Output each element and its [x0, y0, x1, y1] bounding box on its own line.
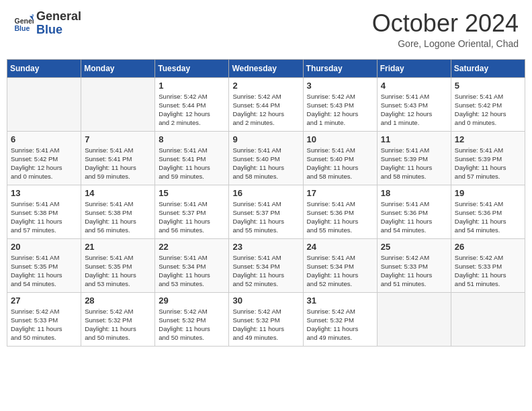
day-cell	[451, 292, 525, 346]
day-number: 15	[159, 188, 225, 198]
day-cell: 27Sunrise: 5:42 AM Sunset: 5:33 PM Dayli…	[7, 292, 81, 346]
day-info: Sunrise: 5:41 AM Sunset: 5:35 PM Dayligh…	[11, 253, 77, 289]
day-info: Sunrise: 5:41 AM Sunset: 5:36 PM Dayligh…	[307, 199, 373, 235]
day-number: 1	[159, 81, 225, 91]
location-title: Gore, Logone Oriental, Chad	[372, 38, 519, 49]
day-number: 12	[455, 134, 521, 144]
day-cell: 29Sunrise: 5:42 AM Sunset: 5:32 PM Dayli…	[155, 292, 229, 346]
day-cell: 11Sunrise: 5:41 AM Sunset: 5:39 PM Dayli…	[377, 131, 451, 185]
calendar-table: SundayMondayTuesdayWednesdayThursdayFrid…	[7, 59, 525, 347]
day-info: Sunrise: 5:41 AM Sunset: 5:43 PM Dayligh…	[381, 92, 447, 128]
day-cell: 9Sunrise: 5:41 AM Sunset: 5:40 PM Daylig…	[229, 131, 303, 185]
day-cell: 30Sunrise: 5:42 AM Sunset: 5:32 PM Dayli…	[229, 292, 303, 346]
day-number: 11	[381, 134, 447, 144]
week-row-3: 13Sunrise: 5:41 AM Sunset: 5:38 PM Dayli…	[7, 185, 525, 238]
day-number: 27	[11, 295, 77, 306]
day-cell	[377, 292, 451, 346]
day-number: 2	[232, 81, 299, 91]
day-number: 28	[85, 295, 151, 306]
day-number: 31	[307, 295, 373, 306]
day-cell: 13Sunrise: 5:41 AM Sunset: 5:38 PM Dayli…	[7, 185, 81, 238]
title-block: October 2024 Gore, Logone Oriental, Chad	[372, 10, 519, 49]
day-cell: 19Sunrise: 5:41 AM Sunset: 5:36 PM Dayli…	[451, 185, 525, 238]
day-cell: 15Sunrise: 5:41 AM Sunset: 5:37 PM Dayli…	[155, 185, 229, 238]
day-info: Sunrise: 5:41 AM Sunset: 5:42 PM Dayligh…	[11, 146, 77, 181]
day-cell: 4Sunrise: 5:41 AM Sunset: 5:43 PM Daylig…	[377, 77, 451, 131]
day-number: 14	[85, 188, 151, 198]
day-info: Sunrise: 5:41 AM Sunset: 5:40 PM Dayligh…	[307, 146, 373, 181]
month-title: October 2024	[372, 10, 519, 37]
day-cell: 26Sunrise: 5:42 AM Sunset: 5:33 PM Dayli…	[451, 238, 525, 292]
day-cell: 6Sunrise: 5:41 AM Sunset: 5:42 PM Daylig…	[7, 131, 81, 185]
day-cell: 12Sunrise: 5:41 AM Sunset: 5:39 PM Dayli…	[451, 131, 525, 185]
week-row-2: 6Sunrise: 5:41 AM Sunset: 5:42 PM Daylig…	[7, 131, 525, 185]
day-cell: 2Sunrise: 5:42 AM Sunset: 5:44 PM Daylig…	[229, 77, 303, 131]
week-row-1: 1Sunrise: 5:42 AM Sunset: 5:44 PM Daylig…	[7, 77, 525, 131]
header-cell-monday: Monday	[81, 59, 155, 77]
day-number: 20	[11, 242, 77, 252]
day-number: 9	[232, 134, 299, 144]
day-info: Sunrise: 5:42 AM Sunset: 5:33 PM Dayligh…	[11, 307, 77, 342]
logo-text: General Blue	[36, 10, 81, 37]
header-cell-saturday: Saturday	[451, 59, 525, 77]
day-number: 13	[11, 188, 77, 198]
day-number: 10	[307, 134, 373, 144]
day-info: Sunrise: 5:42 AM Sunset: 5:44 PM Dayligh…	[159, 92, 225, 128]
day-info: Sunrise: 5:41 AM Sunset: 5:36 PM Dayligh…	[455, 199, 521, 235]
day-cell	[81, 77, 155, 131]
day-info: Sunrise: 5:42 AM Sunset: 5:33 PM Dayligh…	[455, 253, 521, 289]
day-info: Sunrise: 5:42 AM Sunset: 5:32 PM Dayligh…	[232, 307, 299, 342]
day-info: Sunrise: 5:41 AM Sunset: 5:35 PM Dayligh…	[85, 253, 151, 289]
day-info: Sunrise: 5:42 AM Sunset: 5:32 PM Dayligh…	[85, 307, 151, 342]
day-info: Sunrise: 5:41 AM Sunset: 5:42 PM Dayligh…	[455, 92, 521, 128]
day-number: 19	[455, 188, 521, 198]
header-cell-friday: Friday	[377, 59, 451, 77]
day-cell: 24Sunrise: 5:41 AM Sunset: 5:34 PM Dayli…	[303, 238, 377, 292]
day-number: 18	[381, 188, 447, 198]
day-cell: 8Sunrise: 5:41 AM Sunset: 5:41 PM Daylig…	[155, 131, 229, 185]
day-number: 17	[307, 188, 373, 198]
day-cell: 18Sunrise: 5:41 AM Sunset: 5:36 PM Dayli…	[377, 185, 451, 238]
day-number: 16	[232, 188, 299, 198]
day-cell: 10Sunrise: 5:41 AM Sunset: 5:40 PM Dayli…	[303, 131, 377, 185]
svg-text:Blue: Blue	[15, 24, 30, 32]
day-cell: 1Sunrise: 5:42 AM Sunset: 5:44 PM Daylig…	[155, 77, 229, 131]
day-info: Sunrise: 5:41 AM Sunset: 5:41 PM Dayligh…	[85, 146, 151, 181]
day-cell	[7, 77, 81, 131]
week-row-4: 20Sunrise: 5:41 AM Sunset: 5:35 PM Dayli…	[7, 238, 525, 292]
day-number: 26	[455, 242, 521, 252]
day-info: Sunrise: 5:41 AM Sunset: 5:39 PM Dayligh…	[455, 146, 521, 181]
day-cell: 25Sunrise: 5:42 AM Sunset: 5:33 PM Dayli…	[377, 238, 451, 292]
day-info: Sunrise: 5:41 AM Sunset: 5:40 PM Dayligh…	[232, 146, 299, 181]
week-row-5: 27Sunrise: 5:42 AM Sunset: 5:33 PM Dayli…	[7, 292, 525, 346]
logo: General Blue General Blue	[13, 10, 81, 37]
day-cell: 21Sunrise: 5:41 AM Sunset: 5:35 PM Dayli…	[81, 238, 155, 292]
day-cell: 17Sunrise: 5:41 AM Sunset: 5:36 PM Dayli…	[303, 185, 377, 238]
day-number: 21	[85, 242, 151, 252]
day-info: Sunrise: 5:41 AM Sunset: 5:37 PM Dayligh…	[232, 199, 299, 235]
day-number: 25	[381, 242, 447, 252]
day-info: Sunrise: 5:41 AM Sunset: 5:41 PM Dayligh…	[159, 146, 225, 181]
day-info: Sunrise: 5:41 AM Sunset: 5:39 PM Dayligh…	[381, 146, 447, 181]
day-number: 24	[307, 242, 373, 252]
page-header: General Blue General Blue October 2024 G…	[7, 7, 525, 52]
day-info: Sunrise: 5:41 AM Sunset: 5:37 PM Dayligh…	[159, 199, 225, 235]
day-number: 30	[232, 295, 299, 306]
day-info: Sunrise: 5:41 AM Sunset: 5:38 PM Dayligh…	[11, 199, 77, 235]
day-cell: 28Sunrise: 5:42 AM Sunset: 5:32 PM Dayli…	[81, 292, 155, 346]
day-number: 4	[381, 81, 447, 91]
day-number: 7	[85, 134, 151, 144]
day-cell: 23Sunrise: 5:41 AM Sunset: 5:34 PM Dayli…	[229, 238, 303, 292]
day-number: 5	[455, 81, 521, 91]
day-cell: 14Sunrise: 5:41 AM Sunset: 5:38 PM Dayli…	[81, 185, 155, 238]
day-number: 3	[307, 81, 373, 91]
day-info: Sunrise: 5:42 AM Sunset: 5:32 PM Dayligh…	[307, 307, 373, 342]
day-info: Sunrise: 5:42 AM Sunset: 5:44 PM Dayligh…	[232, 92, 299, 128]
day-info: Sunrise: 5:41 AM Sunset: 5:34 PM Dayligh…	[159, 253, 225, 289]
day-cell: 7Sunrise: 5:41 AM Sunset: 5:41 PM Daylig…	[81, 131, 155, 185]
header-cell-tuesday: Tuesday	[155, 59, 229, 77]
day-info: Sunrise: 5:42 AM Sunset: 5:32 PM Dayligh…	[159, 307, 225, 342]
day-info: Sunrise: 5:41 AM Sunset: 5:36 PM Dayligh…	[381, 199, 447, 235]
day-number: 22	[159, 242, 225, 252]
day-info: Sunrise: 5:41 AM Sunset: 5:34 PM Dayligh…	[307, 253, 373, 289]
